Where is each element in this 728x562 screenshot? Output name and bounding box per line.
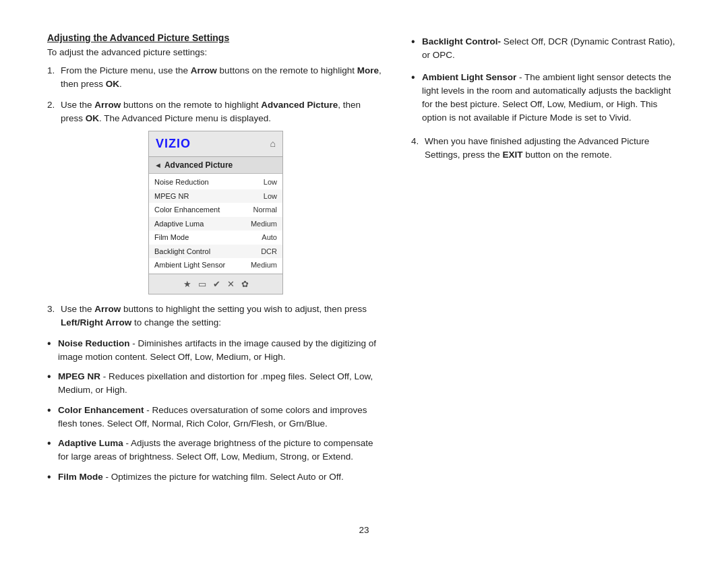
tv-menu-title-row: ◄ Advanced Picture xyxy=(149,157,282,174)
tv-mockup: VIZIO ⌂ ◄ Advanced Picture Noise Reducti… xyxy=(148,131,283,294)
step-4-text: When you have finished adjusting the Adv… xyxy=(425,135,681,162)
step-4-list: 4. When you have finished adjusting the … xyxy=(411,135,681,162)
step-2: 2. Use the Arrow buttons on the remote t… xyxy=(47,98,384,295)
tv-row-mpeg: MPEG NR Low xyxy=(149,189,282,204)
tv-row-film: Film Mode Auto xyxy=(149,230,282,245)
bullet-dot-film: • xyxy=(47,470,54,484)
right-column: • Backlight Control- Select Off, DCR (Dy… xyxy=(411,32,681,518)
page-footer: 23 xyxy=(47,518,681,535)
step-3-num: 3. xyxy=(47,303,57,330)
step-1: 1. From the Picture menu, use the Arrow … xyxy=(47,64,384,92)
step-4: 4. When you have finished adjusting the … xyxy=(411,135,681,162)
section-heading: Adjusting the Advanced Picture Settings xyxy=(47,32,384,43)
bullet-mpeg-text: MPEG NR - Reduces pixellation and distor… xyxy=(58,370,384,398)
bullet-luma-text: Adaptive Luma - Adjusts the average brig… xyxy=(58,437,384,464)
intro-text: To adjust the advanced picture settings: xyxy=(47,47,384,57)
tv-menu-body: Noise Reduction Low MPEG NR Low Color En… xyxy=(149,174,282,274)
tv-gear-icon: ✿ xyxy=(241,278,249,291)
step-2-num: 2. xyxy=(47,98,57,126)
content-columns: Adjusting the Advanced Picture Settings … xyxy=(47,32,681,518)
page-container: Adjusting the Advanced Picture Settings … xyxy=(0,0,728,562)
bullet-dot-color: • xyxy=(47,404,54,431)
step-3-text: Use the Arrow buttons to highlight the s… xyxy=(61,303,384,330)
tv-row-backlight: Backlight Control DCR xyxy=(149,245,282,259)
bullet-dot-mpeg: • xyxy=(47,370,54,398)
step-1-num: 1. xyxy=(47,64,57,92)
right-bullet-ambient-text: Ambient Light Sensor - The ambient light… xyxy=(422,71,681,125)
bullet-color-text: Color Enhancement - Reduces oversaturati… xyxy=(58,404,384,431)
tv-row-ambient: Ambient Light Sensor Medium xyxy=(149,258,282,272)
tv-star-icon: ★ xyxy=(183,278,191,291)
right-bullet-backlight-text: Backlight Control- Select Off, DCR (Dyna… xyxy=(422,35,681,63)
tv-footer: ★ ▭ ✔ ✕ ✿ xyxy=(149,274,282,294)
left-column: Adjusting the Advanced Picture Settings … xyxy=(47,32,384,518)
step-2-text: Use the Arrow buttons on the remote to h… xyxy=(61,98,384,126)
bullet-luma: • Adaptive Luma - Adjusts the average br… xyxy=(47,437,384,464)
tv-arrow-left-icon: ◄ xyxy=(154,160,162,171)
right-bullet-list: • Backlight Control- Select Off, DCR (Dy… xyxy=(411,35,681,125)
tv-menu-icon: ▭ xyxy=(198,278,206,291)
bullet-film: • Film Mode - Optimizes the picture for … xyxy=(47,470,384,484)
right-bullet-backlight: • Backlight Control- Select Off, DCR (Dy… xyxy=(411,35,681,63)
bullet-noise-text: Noise Reduction - Diminishes artifacts i… xyxy=(58,337,384,365)
tv-x-icon: ✕ xyxy=(227,278,235,291)
tv-row-noise: Noise Reduction Low xyxy=(149,175,282,189)
step-1-text: From the Picture menu, use the Arrow but… xyxy=(61,64,384,92)
right-bullet-ambient: • Ambient Light Sensor - The ambient lig… xyxy=(411,71,681,125)
tv-menu-title: Advanced Picture xyxy=(164,159,233,171)
page-number: 23 xyxy=(359,525,369,535)
bullet-noise: • Noise Reduction - Diminishes artifacts… xyxy=(47,337,384,365)
bullet-dot-luma: • xyxy=(47,437,54,464)
tv-header: VIZIO ⌂ xyxy=(149,131,282,157)
bullet-dot-noise: • xyxy=(47,337,54,365)
home-icon: ⌂ xyxy=(270,137,276,151)
tv-row-luma: Adaptive Luma Medium xyxy=(149,217,282,231)
bullet-film-text: Film Mode - Optimizes the picture for wa… xyxy=(58,470,344,484)
step-4-num: 4. xyxy=(411,135,421,162)
tv-row-color: Color Enhancement Normal xyxy=(149,203,282,217)
numbered-list: 1. From the Picture menu, use the Arrow … xyxy=(47,64,384,330)
tv-logo: VIZIO xyxy=(156,135,191,153)
bullet-color: • Color Enhancement - Reduces oversatura… xyxy=(47,404,384,431)
bullet-dot-ambient: • xyxy=(411,71,418,125)
bullet-mpeg: • MPEG NR - Reduces pixellation and dist… xyxy=(47,370,384,398)
tv-check-icon: ✔ xyxy=(213,278,220,291)
sub-bullet-list: • Noise Reduction - Diminishes artifacts… xyxy=(47,337,384,484)
bullet-dot-backlight: • xyxy=(411,35,418,63)
step-3: 3. Use the Arrow buttons to highlight th… xyxy=(47,303,384,330)
